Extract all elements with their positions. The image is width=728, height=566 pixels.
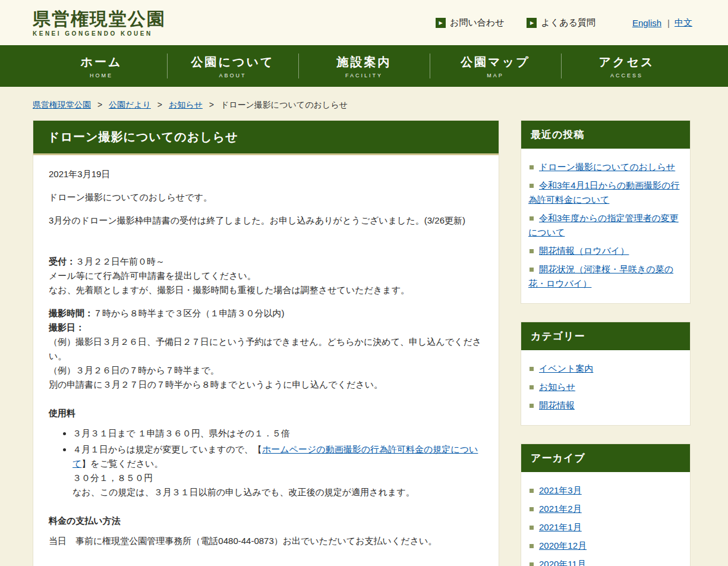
breadcrumb-current: ドローン撮影についてのおしらせ <box>220 100 348 109</box>
archive-link[interactable]: 2020年11月 <box>539 559 586 566</box>
spacer <box>49 237 483 254</box>
nav-item-label: 施設案内 <box>337 54 392 70</box>
nav-item[interactable]: アクセス ACCESS <box>561 45 692 87</box>
nav-item-sublabel: FACILITY <box>345 73 383 78</box>
recent-posts-box: 最近の投稿 ドローン撮影についてのおしらせ 令和3年4月1日からの動画撮影の行為… <box>521 120 691 304</box>
square-bullet-icon <box>530 268 534 272</box>
article-date: 2021年3月19日 <box>49 167 483 181</box>
payment-heading: 料金の支払い方法 <box>49 514 483 528</box>
categories-list: イベント案内 お知らせ 開花情報 <box>521 350 690 425</box>
square-bullet-icon <box>530 367 534 371</box>
site-logo[interactable]: 県営権現堂公園 KENEI GONGENDO KOUEN <box>33 9 166 37</box>
fee-item-text: ３月３１日まで １申請３６０円、県外はその１．５倍 <box>73 428 290 438</box>
fee-item-text: なお、この規定は、３月３１日以前の申し込みでも、改正後の規定が適用されます。 <box>73 487 415 497</box>
breadcrumb-subsection[interactable]: お知らせ <box>169 100 203 109</box>
chinese-link[interactable]: 中文 <box>675 17 692 29</box>
shooting-paragraph: 撮影時間：７時から８時半まで３区分（１申請３０分以内) 撮影日： （例）撮影日３… <box>49 306 483 392</box>
nav-item-sublabel: ABOUT <box>219 73 246 78</box>
square-bullet-icon <box>530 544 534 548</box>
fee-list: ３月３１日まで １申請３６０円、県外はその１．５倍 ４月１日からは規定が変更して… <box>49 426 483 499</box>
shooting-line: （例）３月２６日の７時から７時半まで。 <box>49 365 219 375</box>
shooting-date-label: 撮影日： <box>49 322 84 332</box>
square-bullet-icon <box>530 249 534 253</box>
recent-post-link[interactable]: 令和3年度からの指定管理者の変更について <box>528 213 679 237</box>
article-paragraph: 3月分のドローン撮影枠申請書の受付は終了しました。お申し込みありがとうございまし… <box>49 213 483 228</box>
recent-post-link[interactable]: 開花情報（ロウバイ） <box>539 246 629 256</box>
archive-item: 2020年12月 <box>528 539 683 553</box>
recent-post-item: 令和3年4月1日からの動画撮影の行為許可料金について <box>528 178 683 207</box>
article-title-bar: ドローン撮影についてのおしらせ <box>33 121 499 155</box>
reception-paragraph: 受付：３月２２日午前０時～ メール等にて行為許可申請書を提出してください。 なお… <box>49 254 483 297</box>
archive-link[interactable]: 2021年2月 <box>539 504 582 514</box>
recent-post-link[interactable]: 開花状況（河津桜・早咲きの菜の花・ロウバイ） <box>528 264 673 288</box>
nav-item-label: 公園マップ <box>461 54 530 70</box>
category-link[interactable]: お知らせ <box>539 382 575 392</box>
recent-post-link[interactable]: 令和3年4月1日からの動画撮影の行為許可料金について <box>528 180 679 205</box>
archive-item: 2020年11月 <box>528 557 683 566</box>
faq-link[interactable]: ▶ よくある質問 <box>527 17 595 29</box>
breadcrumb-separator: > <box>209 100 214 109</box>
category-link[interactable]: イベント案内 <box>539 363 593 373</box>
arrow-right-icon: ▶ <box>436 18 446 28</box>
nav-item-sublabel: ACCESS <box>610 73 643 78</box>
archive-item: 2021年1月 <box>528 520 683 534</box>
category-item: 開花情報 <box>528 398 683 413</box>
recent-post-item: 令和3年度からの指定管理者の変更について <box>528 211 683 240</box>
fee-item: ４月１日からは規定が変更していますので、【ホームページの動画撮影の行為許可料金の… <box>73 442 483 499</box>
recent-post-item: 開花状況（河津桜・早咲きの菜の花・ロウバイ） <box>528 262 683 291</box>
nav-item[interactable]: ホーム HOME <box>36 45 167 87</box>
archive-title: アーカイブ <box>521 444 690 472</box>
fee-item-text: ４月１日からは規定が変更していますので、【 <box>73 444 262 454</box>
category-item: お知らせ <box>528 380 683 394</box>
nav-item[interactable]: 公園マップ MAP <box>430 45 561 87</box>
main-nav: ホーム HOME 公園について ABOUT 施設案内 FACILITY 公園マッ… <box>0 45 728 87</box>
category-item: イベント案内 <box>528 361 683 376</box>
contact-link[interactable]: ▶ お問い合わせ <box>436 17 504 29</box>
shooting-time-text: ７時から８時半まで３区分（１申請３０分以内) <box>93 308 284 318</box>
site-header: 県営権現堂公園 KENEI GONGENDO KOUEN ▶ お問い合わせ ▶ … <box>0 0 728 45</box>
square-bullet-icon <box>530 216 534 221</box>
square-bullet-icon <box>530 404 534 408</box>
page: 県営権現堂公園 KENEI GONGENDO KOUEN ▶ お問い合わせ ▶ … <box>0 0 728 566</box>
categories-box: カテゴリー イベント案内 お知らせ 開花情報 <box>521 322 691 426</box>
archive-item: 2021年3月 <box>528 483 683 498</box>
category-link[interactable]: 開花情報 <box>539 400 575 410</box>
recent-post-item: ドローン撮影についてのおしらせ <box>528 160 683 174</box>
shooting-line: （例）撮影日３月２６日、予備日２７日にという予約はできません。どちらかに決めて、… <box>49 337 481 361</box>
recent-posts-title: 最近の投稿 <box>521 121 690 149</box>
article: ドローン撮影についてのおしらせ 2021年3月19日 ドローン撮影についてのおし… <box>33 120 499 566</box>
breadcrumb-section[interactable]: 公園だより <box>109 100 151 109</box>
recent-posts-list: ドローン撮影についてのおしらせ 令和3年4月1日からの動画撮影の行為許可料金につ… <box>521 149 690 303</box>
square-bullet-icon <box>530 385 534 389</box>
fee-item-text: 】をご覧ください。 <box>81 458 163 468</box>
payment-text: 当日 事前に権現堂公園管理事務所（電話0480-44-0873）お出でいただいて… <box>49 534 483 548</box>
nav-item[interactable]: 公園について ABOUT <box>167 45 298 87</box>
square-bullet-icon <box>530 526 534 530</box>
archive-box: アーカイブ 2021年3月 2021年2月 2021年1月 2020年12月 2… <box>521 444 691 566</box>
reception-line: メール等にて行為許可申請書を提出してください。 <box>49 271 256 281</box>
archive-item: 2021年2月 <box>528 502 683 516</box>
shooting-line: 別の申請書に３月２７日の７時半から８時までというように申し込んでください。 <box>49 379 383 389</box>
nav-item-label: 公園について <box>191 54 275 70</box>
article-paragraph: ドローン撮影についてのおしらせです。 <box>49 190 483 205</box>
fee-item-text: ３０分１，８５０円 <box>73 473 153 483</box>
reception-text: ３月２２日午前０時～ <box>75 256 165 266</box>
breadcrumb-separator: > <box>97 100 102 109</box>
article-body: 2021年3月19日 ドローン撮影についてのおしらせです。 3月分のドローン撮影… <box>33 155 499 566</box>
breadcrumb-home[interactable]: 県営権現堂公園 <box>33 100 91 109</box>
archive-link[interactable]: 2021年3月 <box>539 485 582 495</box>
recent-post-link[interactable]: ドローン撮影についてのおしらせ <box>539 162 675 172</box>
archive-link[interactable]: 2021年1月 <box>539 522 582 532</box>
archive-link[interactable]: 2020年12月 <box>539 540 587 551</box>
breadcrumb-separator: > <box>157 100 162 109</box>
square-bullet-icon <box>530 184 534 188</box>
site-subtitle: KENEI GONGENDO KOUEN <box>33 30 166 37</box>
sidebar: 最近の投稿 ドローン撮影についてのおしらせ 令和3年4月1日からの動画撮影の行為… <box>521 120 691 566</box>
nav-item-label: アクセス <box>599 54 655 70</box>
nav-item-sublabel: HOME <box>90 73 113 78</box>
header-utils: ▶ お問い合わせ ▶ よくある質問 English | 中文 <box>436 17 692 29</box>
recent-post-item: 開花情報（ロウバイ） <box>528 244 683 258</box>
english-link[interactable]: English <box>632 18 661 28</box>
nav-item[interactable]: 施設案内 FACILITY <box>298 45 430 87</box>
language-separator: | <box>667 18 670 28</box>
